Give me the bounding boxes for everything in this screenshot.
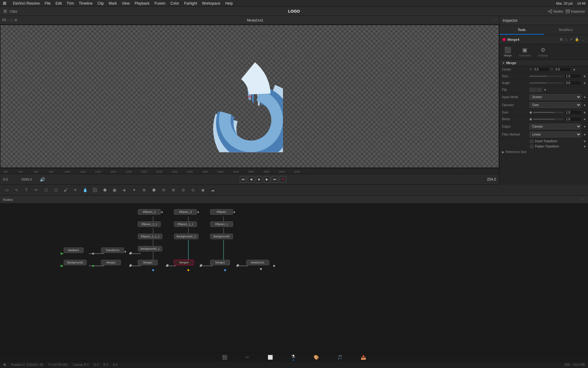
node-output-port[interactable]: ◆ [197,211,199,213]
flip-keyframe-diamond[interactable]: ◆ [544,88,546,91]
node-ellipse1-2-1[interactable]: Ellipse1_2_1 [138,221,161,227]
transform-output-port[interactable]: ◆ [124,250,126,253]
flatten-diamond[interactable]: ◆ [584,145,586,148]
node-merge3[interactable]: Merge3 [210,260,230,265]
fit-button[interactable]: Fit [2,18,6,22]
flip-horizontal-button[interactable]: ↔ [530,88,536,92]
node-ellipse1-2[interactable]: Ellipse1_2 ◆ [138,209,161,215]
tool-select-icon[interactable]: ↖ [12,186,21,194]
invert-diamond[interactable]: ◆ [584,140,586,143]
node-ellipse1-2-1-1[interactable]: Ellipse1_2_1_1 [138,234,162,239]
node-background2-1[interactable]: Background2_1 [138,246,162,251]
nodes-options-icon[interactable]: ⋯ [582,197,585,201]
center-y-input[interactable] [554,67,571,72]
tool-deep-pixel-icon[interactable]: ⬟ [149,186,158,194]
go-to-end-button[interactable]: ⏭ [272,176,278,183]
menu-fairlight[interactable]: Fairlight [184,1,197,6]
node-ellipse1[interactable]: Ellipse1 ◆ [210,209,233,215]
workspace-tab-fairlight[interactable]: 🎵 [337,355,342,360]
tool-misc-icon[interactable]: ⊘ [179,186,187,194]
center-x-input[interactable] [533,67,550,72]
inspector-button[interactable]: Inspector [566,9,585,13]
size-keyframe-diamond[interactable]: ◆ [584,75,586,78]
node-action-1[interactable]: ⊞ [559,37,563,42]
size-slider[interactable] [530,76,563,77]
tool-tracker-icon[interactable]: ⊕ [140,186,148,194]
workspace-tab-color[interactable]: 🎨 [314,355,319,360]
node-mediaout1[interactable]: MediaOut1 [246,260,269,265]
workspace-tab-media[interactable]: ⬛ [222,355,227,360]
size-input[interactable] [564,74,581,79]
center-keyframe-diamond[interactable]: ◆ [573,68,575,71]
node-background1[interactable]: Background1 [64,260,87,265]
node-merge1[interactable]: Merge1 [101,260,121,265]
tool-text-icon[interactable]: T [22,186,31,194]
flip-vertical-button[interactable]: ↕ [537,88,542,92]
operator-select[interactable]: Over [530,102,581,108]
app-logo-icon[interactable]: ⌘ [3,9,7,14]
prev-frame-button[interactable]: ◀ [248,176,254,183]
angle-slider[interactable] [530,82,563,83]
audio-icon[interactable]: 🔊 [40,177,45,182]
blend-circle[interactable] [530,118,532,121]
node-action-3[interactable]: ↗ [569,37,573,42]
play-button[interactable]: ▶ [264,176,270,183]
viewer-settings-icon[interactable]: ⋯ [493,18,497,22]
tool-flow-icon[interactable]: ≋ [159,186,168,194]
tool-paint-icon[interactable]: 🖌 [61,186,70,194]
angle-keyframe-diamond[interactable]: ◆ [584,82,586,84]
menu-playback[interactable]: Playback [134,1,149,6]
go-to-start-button[interactable]: ⏮ [240,176,247,183]
workspace-tab-deliver[interactable]: 📤 [361,355,366,360]
node-ellipse1-1-1[interactable]: Ellipse1_1_1 [174,221,197,227]
node-output-port[interactable]: ◆ [161,211,163,213]
menu-trim[interactable]: Trim [67,1,74,6]
reference-size-row[interactable]: ▶ Reference Size [499,149,588,155]
tab-tools[interactable]: Tools [499,25,544,35]
tool-3d-icon[interactable]: ◈ [120,186,129,194]
workspace-tab-cut[interactable]: ✂ [246,355,249,360]
flatten-transform-checkbox[interactable] [530,145,533,148]
node-action-5[interactable]: ... [581,37,585,42]
tool-optical-flow-icon[interactable]: ⊗ [169,186,178,194]
node-background2-2[interactable]: Background2_2 [174,234,198,239]
edges-diamond[interactable]: ◆ [584,125,586,128]
node-action-2[interactable]: □ [564,37,568,42]
tool-polygon-icon[interactable]: ⬠ [51,186,60,194]
menu-timeline[interactable]: Timeline [79,1,92,6]
apply-mode-diamond[interactable]: ◆ [584,96,586,98]
edges-select[interactable]: Canvas [530,124,581,129]
tool-ai-icon[interactable]: ☁ [208,186,217,194]
menu-edit[interactable]: Edit [55,1,62,6]
menu-clip[interactable]: Clip [97,1,104,6]
view-single-icon[interactable]: □ [10,18,13,22]
blend-diamond[interactable]: ◆ [584,118,586,121]
menu-davinci[interactable]: DaVinci Resolve [13,1,40,6]
nodes-button[interactable]: Nodes [548,9,563,13]
angle-input[interactable] [564,81,581,85]
tool-drop-icon[interactable]: 💧 [81,186,89,194]
tool-merge-icon[interactable]: ⬛ [91,186,99,194]
tool-particles-icon[interactable]: ✦ [130,186,138,194]
stop-button[interactable]: ■ [256,176,262,183]
gain-slider[interactable] [533,112,563,113]
tool-rectangle-icon[interactable]: ▭ [2,186,11,194]
merge-section-header[interactable]: ▼ Merge [499,60,588,66]
workspace-tab-edit[interactable]: ⬜ [268,355,273,360]
node-ellipse1-3[interactable]: Ellipse1_3 ◆ [174,209,197,215]
tool-pen-icon[interactable]: ✏ [32,186,40,194]
menu-color[interactable]: Color [170,1,179,6]
filter-method-diamond[interactable]: ◆ [584,133,586,136]
node-merge2[interactable]: Merge2 [138,260,158,265]
subtab-settings[interactable]: ⚙ Settings [537,46,549,58]
tool-nodes-icon[interactable]: ⬡ [42,186,50,194]
node-merge4[interactable]: Merge4 [174,260,194,265]
menu-view[interactable]: View [122,1,130,6]
node-output-port[interactable]: ◆ [233,211,235,213]
blend-input[interactable] [564,117,581,121]
menu-file[interactable]: File [45,1,51,6]
gain-diamond[interactable]: ◆ [584,111,586,114]
node-mediain1[interactable]: MediaIn1 [64,247,84,253]
operator-diamond[interactable]: ◆ [584,104,586,106]
timeline-ruler[interactable]: 200 400 600 800 1000 1200 1400 1600 1800… [0,168,499,174]
